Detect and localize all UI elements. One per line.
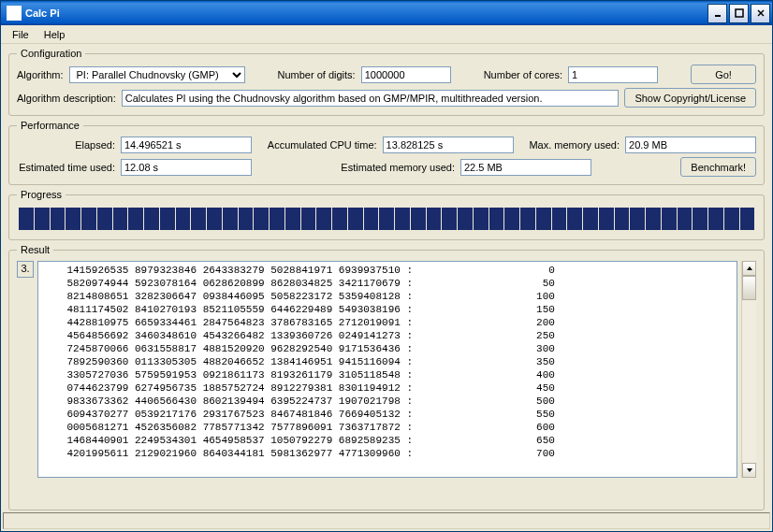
svg-marker-4 xyxy=(747,266,752,270)
license-button[interactable]: Show Copyright/License xyxy=(624,88,756,108)
result-group: Result 3. 1415926535 8979323846 26433832… xyxy=(8,244,765,510)
minimize-button[interactable] xyxy=(707,4,727,23)
svg-marker-5 xyxy=(747,468,752,472)
menubar: File Help xyxy=(1,25,772,44)
cpu-time-label: Accumulated CPU time: xyxy=(268,139,377,151)
scroll-up-button[interactable] xyxy=(742,261,756,276)
scroll-track[interactable] xyxy=(742,300,756,463)
app-window: Calc Pi File Help Configuration Algorith… xyxy=(0,0,773,532)
progress-bar xyxy=(17,206,756,232)
titlebar: Calc Pi xyxy=(1,1,772,25)
content: Configuration Algorithm: PI: Parallel Ch… xyxy=(1,44,772,512)
progress-legend: Progress xyxy=(17,189,66,200)
algorithm-label: Algorithm: xyxy=(17,69,64,80)
app-icon xyxy=(7,6,22,21)
maximize-button[interactable] xyxy=(729,4,749,23)
performance-group: Performance Elapsed: Accumulated CPU tim… xyxy=(8,120,765,185)
result-scrollbar[interactable] xyxy=(741,261,756,478)
est-memory-label: Estimated memory used: xyxy=(341,162,455,173)
window-title: Calc Pi xyxy=(25,7,706,19)
elapsed-field xyxy=(121,137,252,153)
est-time-field xyxy=(121,159,252,176)
description-label: Algorithm description: xyxy=(17,93,116,104)
est-memory-field xyxy=(460,159,591,176)
digits-input[interactable] xyxy=(361,66,451,83)
result-legend: Result xyxy=(17,244,53,255)
cores-label: Number of cores: xyxy=(484,69,562,80)
cores-input[interactable] xyxy=(568,66,658,83)
go-button[interactable]: Go! xyxy=(691,65,756,84)
result-output[interactable]: 1415926535 8979323846 2643383279 5028841… xyxy=(37,261,737,478)
elapsed-label: Elapsed: xyxy=(17,139,115,151)
close-button[interactable] xyxy=(751,4,770,23)
description-field xyxy=(122,90,620,107)
configuration-group: Configuration Algorithm: PI: Parallel Ch… xyxy=(8,48,765,116)
menu-help[interactable]: Help xyxy=(36,27,73,42)
menu-file[interactable]: File xyxy=(5,27,36,42)
benchmark-button[interactable]: Benchmark! xyxy=(680,157,756,177)
performance-legend: Performance xyxy=(17,120,83,131)
est-time-label: Estimated time used: xyxy=(17,162,115,173)
svg-rect-1 xyxy=(736,9,743,17)
algorithm-select[interactable]: PI: Parallel Chudnovsky (GMP) xyxy=(69,66,245,83)
progress-group: Progress xyxy=(8,189,765,240)
scroll-down-button[interactable] xyxy=(742,463,756,478)
max-memory-label: Max. memory used: xyxy=(529,139,620,151)
cpu-time-field xyxy=(383,137,514,153)
digits-label: Number of digits: xyxy=(278,69,356,80)
result-prefix: 3. xyxy=(17,261,34,278)
scroll-thumb[interactable] xyxy=(742,276,756,300)
configuration-legend: Configuration xyxy=(17,48,85,59)
statusbar xyxy=(3,512,770,529)
max-memory-field xyxy=(625,137,756,153)
